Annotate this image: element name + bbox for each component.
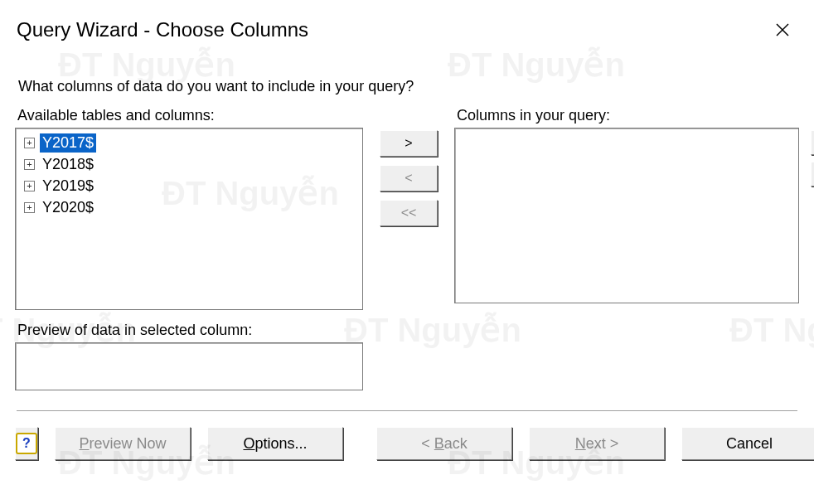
add-column-button[interactable]: > bbox=[380, 130, 438, 157]
back-button[interactable]: < Back bbox=[376, 427, 512, 460]
table-row[interactable]: + Y2018$ bbox=[17, 153, 361, 175]
options-button[interactable]: Options... bbox=[207, 427, 343, 460]
preview-label: Preview of data in selected column: bbox=[17, 322, 363, 339]
prompt-text: What columns of data do you want to incl… bbox=[18, 78, 796, 95]
dialog-title: Query Wizard - Choose Columns bbox=[17, 18, 768, 41]
query-wizard-dialog: ĐT Nguyễn ĐT Nguyễn ĐT Nguyễn ĐT Nguyễn … bbox=[0, 0, 814, 504]
table-name: Y2018$ bbox=[40, 155, 96, 174]
expand-icon[interactable]: + bbox=[24, 159, 35, 170]
expand-icon[interactable]: + bbox=[24, 202, 35, 213]
table-row[interactable]: + Y2017$ bbox=[17, 132, 361, 153]
table-name: Y2020$ bbox=[40, 198, 96, 217]
table-row[interactable]: + Y2020$ bbox=[17, 196, 361, 218]
title-bar: Query Wizard - Choose Columns bbox=[0, 0, 814, 60]
move-up-button[interactable] bbox=[811, 130, 814, 155]
help-button[interactable]: ? bbox=[15, 427, 38, 460]
available-tables-list[interactable]: + Y2017$ + Y2018$ + Y2019$ + Y2020$ bbox=[15, 128, 363, 310]
table-row[interactable]: + Y2019$ bbox=[17, 175, 361, 196]
footer-bar: ? Preview Now Options... < Back Next > C… bbox=[0, 414, 814, 460]
table-name: Y2017$ bbox=[40, 133, 96, 153]
remove-all-columns-button[interactable]: << bbox=[380, 200, 438, 226]
remove-column-button[interactable]: < bbox=[380, 165, 438, 191]
in-query-label: Columns in your query: bbox=[457, 107, 799, 124]
help-icon: ? bbox=[16, 433, 37, 454]
preview-now-button[interactable]: Preview Now bbox=[55, 427, 191, 460]
columns-in-query-list[interactable] bbox=[454, 128, 799, 303]
table-name: Y2019$ bbox=[40, 177, 96, 196]
close-button[interactable] bbox=[768, 15, 797, 45]
expand-icon[interactable]: + bbox=[24, 181, 35, 191]
preview-data-box bbox=[15, 342, 363, 390]
expand-icon[interactable]: + bbox=[24, 138, 35, 148]
next-button[interactable]: Next > bbox=[529, 427, 665, 460]
available-label: Available tables and columns: bbox=[17, 107, 363, 124]
move-down-button[interactable] bbox=[811, 162, 814, 187]
cancel-button[interactable]: Cancel bbox=[681, 427, 814, 460]
